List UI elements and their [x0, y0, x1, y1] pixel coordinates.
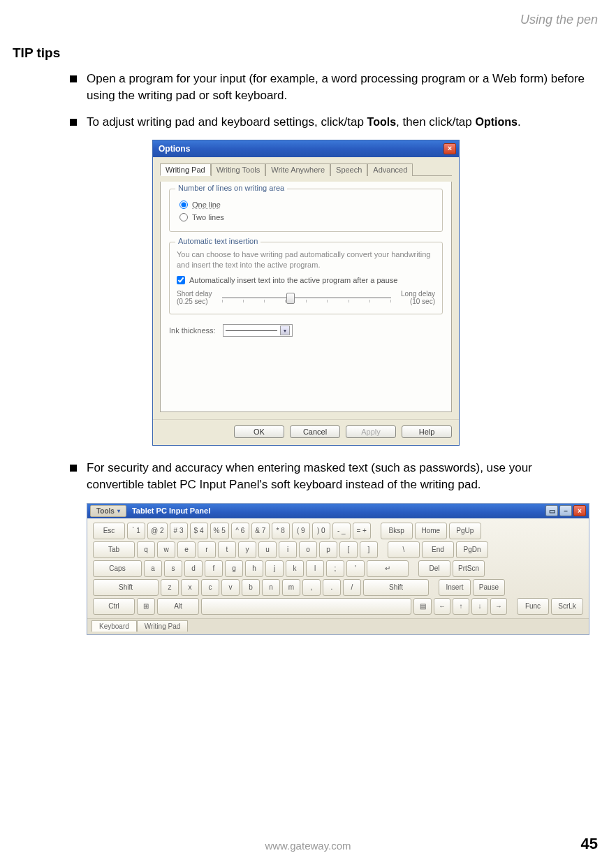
- key-b[interactable]: b: [242, 579, 260, 596]
- tab-writing-tools[interactable]: Writing Tools: [211, 163, 266, 176]
- key-home[interactable]: Home: [415, 523, 447, 539]
- key-alt[interactable]: Alt: [157, 598, 199, 615]
- radio-two-lines-input[interactable]: [179, 213, 188, 221]
- close-icon[interactable]: ×: [573, 505, 586, 516]
- key-w[interactable]: w: [157, 541, 175, 558]
- key-5[interactable]: % 5: [210, 523, 229, 539]
- key-lbracket[interactable]: [: [339, 541, 358, 558]
- key-j[interactable]: j: [265, 560, 284, 577]
- tab-write-anywhere[interactable]: Write Anywhere: [265, 163, 330, 176]
- tab-writing-pad[interactable]: Writing Pad: [160, 163, 211, 176]
- key-p[interactable]: p: [319, 541, 337, 558]
- key-a[interactable]: a: [144, 560, 162, 577]
- key-ctrl[interactable]: Ctrl: [93, 598, 135, 615]
- key-t[interactable]: t: [218, 541, 236, 558]
- delay-slider[interactable]: [222, 297, 391, 298]
- key-k[interactable]: k: [286, 560, 304, 577]
- key-backslash[interactable]: \: [388, 541, 420, 558]
- key-quote[interactable]: ': [346, 560, 365, 577]
- radio-one-line-input[interactable]: [179, 201, 188, 209]
- radio-one-line[interactable]: One line: [179, 201, 435, 209]
- ink-thickness-combo[interactable]: ▾: [223, 324, 293, 337]
- key-pgup[interactable]: PgUp: [449, 523, 481, 539]
- key-rbracket[interactable]: ]: [360, 541, 378, 558]
- key-0[interactable]: ) 0: [312, 523, 330, 539]
- key-e[interactable]: e: [177, 541, 196, 558]
- apply-button[interactable]: Apply: [346, 425, 396, 438]
- key-q[interactable]: q: [137, 541, 155, 558]
- key-6[interactable]: ^ 6: [231, 523, 249, 539]
- key-d[interactable]: d: [184, 560, 203, 577]
- input-panel-titlebar[interactable]: Tools ▾ Tablet PC Input Panel ▭ – ×: [87, 504, 589, 518]
- key-4[interactable]: $ 4: [190, 523, 208, 539]
- key-o[interactable]: o: [299, 541, 317, 558]
- key-tab[interactable]: Tab: [93, 541, 135, 558]
- key-1[interactable]: ` 1: [127, 523, 145, 539]
- key-down[interactable]: ↓: [471, 598, 488, 615]
- key-l[interactable]: l: [306, 560, 324, 577]
- cancel-button[interactable]: Cancel: [290, 425, 340, 438]
- key-c[interactable]: c: [201, 579, 219, 596]
- key-right[interactable]: →: [490, 598, 507, 615]
- key-func[interactable]: Func: [517, 598, 549, 615]
- key-r[interactable]: r: [198, 541, 216, 558]
- key-f[interactable]: f: [205, 560, 223, 577]
- key-8[interactable]: * 8: [272, 523, 290, 539]
- chevron-down-icon[interactable]: ▾: [280, 326, 290, 335]
- key-prtscn[interactable]: PrtScn: [453, 560, 485, 577]
- key-lshift[interactable]: Shift: [93, 579, 159, 596]
- tab-advanced[interactable]: Advanced: [367, 163, 413, 176]
- tab-speech[interactable]: Speech: [330, 163, 367, 176]
- key-esc[interactable]: Esc: [93, 523, 125, 539]
- radio-two-lines[interactable]: Two lines: [179, 213, 435, 221]
- dock-icon[interactable]: ▭: [545, 505, 558, 516]
- ok-button[interactable]: OK: [234, 425, 284, 438]
- key-enter[interactable]: ↵: [367, 560, 409, 577]
- key-u[interactable]: u: [258, 541, 277, 558]
- key-menu[interactable]: ▤: [413, 598, 432, 615]
- key-s[interactable]: s: [164, 560, 182, 577]
- key-equals[interactable]: = +: [353, 523, 371, 539]
- key-pause[interactable]: Pause: [473, 579, 505, 596]
- key-bksp[interactable]: Bksp: [381, 523, 413, 539]
- key-scrlk[interactable]: ScrLk: [551, 598, 583, 615]
- tab-keyboard[interactable]: Keyboard: [91, 620, 137, 632]
- key-v[interactable]: v: [221, 579, 240, 596]
- tab-writing-pad[interactable]: Writing Pad: [137, 620, 189, 632]
- header-breadcrumb: Using the pen: [13, 13, 599, 27]
- key-insert[interactable]: Insert: [439, 579, 471, 596]
- key-n[interactable]: n: [262, 579, 280, 596]
- key-9[interactable]: ( 9: [292, 523, 310, 539]
- key-slash[interactable]: /: [343, 579, 361, 596]
- key-i[interactable]: i: [279, 541, 297, 558]
- key-pgdn[interactable]: PgDn: [456, 541, 488, 558]
- check-auto-insert-input[interactable]: [177, 276, 185, 284]
- key-comma[interactable]: ,: [302, 579, 321, 596]
- key-semicolon[interactable]: ;: [326, 560, 344, 577]
- options-titlebar[interactable]: Options ×: [153, 140, 459, 157]
- key-z[interactable]: z: [161, 579, 179, 596]
- key-m[interactable]: m: [282, 579, 300, 596]
- key-end[interactable]: End: [422, 541, 454, 558]
- key-up[interactable]: ↑: [453, 598, 469, 615]
- check-auto-insert[interactable]: Automatically insert text into the activ…: [177, 276, 435, 284]
- key-period[interactable]: .: [323, 579, 341, 596]
- key-rshift[interactable]: Shift: [363, 579, 429, 596]
- key-caps[interactable]: Caps: [93, 560, 142, 577]
- key-del[interactable]: Del: [418, 560, 450, 577]
- key-7[interactable]: & 7: [251, 523, 270, 539]
- key-g[interactable]: g: [225, 560, 243, 577]
- key-left[interactable]: ←: [434, 598, 450, 615]
- key-h[interactable]: h: [245, 560, 263, 577]
- tools-menu[interactable]: Tools ▾: [90, 505, 126, 517]
- help-button[interactable]: Help: [402, 425, 452, 438]
- key-x[interactable]: x: [181, 579, 199, 596]
- close-icon[interactable]: ×: [443, 143, 456, 154]
- key-space[interactable]: [201, 598, 411, 615]
- key-minus[interactable]: - _: [332, 523, 351, 539]
- key-3[interactable]: # 3: [170, 523, 188, 539]
- key-2[interactable]: @ 2: [147, 523, 168, 539]
- key-win[interactable]: ⊞: [137, 598, 155, 615]
- key-y[interactable]: y: [238, 541, 256, 558]
- minimize-icon[interactable]: –: [559, 505, 572, 516]
